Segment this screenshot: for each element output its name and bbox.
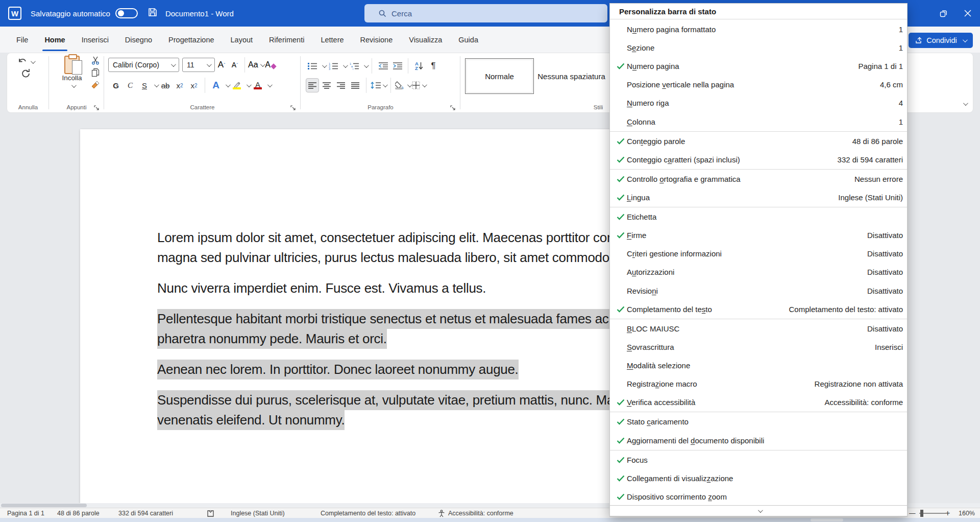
underline-button[interactable]: S [138, 78, 151, 92]
tab-file[interactable]: File [8, 27, 36, 53]
status-language[interactable]: Inglese (Stati Uniti) [231, 508, 285, 518]
close-window-button[interactable] [955, 0, 980, 27]
increase-indent-button[interactable] [390, 59, 404, 73]
menu-item-sovrascrittura[interactable]: SovrascritturaInserisci [610, 338, 907, 356]
change-case-button[interactable]: Aa [248, 58, 264, 72]
highlight-color-button[interactable] [230, 78, 243, 92]
tab-disegno[interactable]: Disegno [117, 27, 160, 53]
menu-item-numero-pagina[interactable]: Numero paginaPagina 1 di 1 [610, 57, 907, 75]
zoom-slider[interactable] [915, 508, 950, 518]
accessibility-person-icon[interactable] [438, 508, 445, 518]
tab-inserisci[interactable]: Inserisci [74, 27, 117, 53]
clear-formatting-button[interactable]: A [264, 58, 277, 72]
shrink-font-button[interactable]: Aˇ [228, 58, 241, 72]
outer-scroll-strip[interactable] [0, 518, 980, 522]
font-color-button[interactable]: A [251, 78, 264, 92]
menu-item-posizione-verticale-nella-pagina[interactable]: Posizione verticale nella pagina4,6 cm [610, 76, 907, 94]
menu-item-controllo-ortografia-e-grammatica[interactable]: Controllo ortografia e grammaticaNessun … [610, 170, 907, 188]
undo-button[interactable] [17, 57, 34, 66]
format-painter-button[interactable] [91, 80, 100, 89]
status-text-completion[interactable]: Completamento del testo: attivato [321, 508, 415, 518]
italic-button[interactable]: C [124, 78, 137, 92]
scrollbar-thumb[interactable] [1, 504, 87, 507]
menu-item-etichetta[interactable]: Etichetta [610, 207, 907, 226]
zoom-slider-thumb[interactable] [920, 510, 923, 517]
tab-home[interactable]: Home [36, 27, 73, 53]
proofing-book-icon[interactable] [207, 508, 214, 518]
share-button[interactable]: Condividi [909, 33, 973, 48]
tab-layout[interactable]: Layout [223, 27, 261, 53]
menu-item-completamento-del-testo[interactable]: Completamento del testoCompletamento del… [610, 300, 907, 318]
paragraph-dialog-launcher[interactable] [450, 104, 456, 110]
menu-item-revisioni[interactable]: RevisioniDisattivato [610, 281, 907, 300]
font-name-select[interactable]: Calibri (Corpo) [108, 58, 179, 72]
restore-window-button[interactable] [931, 0, 955, 27]
menu-item-verifica-accessibilit-[interactable]: Verifica accessibilitàAccessibilità: con… [610, 393, 907, 412]
status-word-count[interactable]: 48 di 86 parole [57, 508, 100, 518]
text-effects-button[interactable]: A [209, 78, 223, 92]
bullet-list-button[interactable] [306, 59, 319, 73]
superscript-button[interactable]: x2 [187, 78, 201, 92]
align-center-button[interactable] [320, 78, 333, 92]
cut-button[interactable] [91, 56, 100, 65]
menu-item-stato-caricamento[interactable]: Stato caricamento [610, 413, 907, 431]
zoom-in-button[interactable]: + [945, 508, 950, 518]
bold-button[interactable]: G [109, 78, 122, 92]
menu-item-aggiornamenti-del-documento-disponibili[interactable]: Aggiornamenti del documento disponibili [610, 431, 907, 449]
shading-button[interactable] [395, 78, 411, 92]
tab-riferimenti[interactable]: Riferimenti [261, 27, 312, 53]
menu-item-collegamenti-di-visualizzazione[interactable]: Collegamenti di visualizzazione [610, 469, 907, 487]
status-char-count[interactable]: 332 di 594 caratteri [118, 508, 173, 518]
menu-item-conteggio-caratteri-spazi-inclusi-[interactable]: Conteggio caratteri (spazi inclusi)332 d… [610, 150, 907, 169]
zoom-level[interactable]: 160% [959, 508, 975, 518]
chevron-down-icon[interactable] [267, 82, 273, 87]
menu-item-colonna[interactable]: Colonna1 [610, 112, 907, 131]
borders-button[interactable] [412, 78, 426, 92]
paste-button[interactable]: Incolla [57, 56, 87, 89]
justify-button[interactable] [349, 78, 362, 92]
align-right-button[interactable] [334, 78, 348, 92]
chevron-down-icon[interactable] [364, 63, 369, 68]
menu-item-autorizzazioni[interactable]: AutorizzazioniDisattivato [610, 263, 907, 281]
tab-revisione[interactable]: Revisione [352, 27, 401, 53]
chevron-down-icon[interactable] [71, 83, 76, 88]
tab-lettere[interactable]: Lettere [312, 27, 352, 53]
menu-item-numero-pagina-formattato[interactable]: Numero pagina formattato1 [610, 20, 907, 38]
font-dialog-launcher[interactable] [290, 104, 297, 110]
menu-item-registrazione-macro[interactable]: Registrazione macroRegistrazione non att… [610, 375, 907, 393]
align-left-button[interactable] [306, 78, 319, 92]
status-accessibility[interactable]: Accessibilità: conforme [448, 508, 513, 518]
grow-font-button[interactable]: Aˆ [215, 58, 228, 72]
style-card-nessuna-spaziatura[interactable]: Nessuna spaziatura [537, 58, 606, 94]
menu-item-numero-riga[interactable]: Numero riga4 [610, 94, 907, 112]
sort-button[interactable]: AZ [412, 59, 426, 73]
menu-item-lingua[interactable]: LinguaInglese (Stati Uniti) [610, 188, 907, 206]
subscript-button[interactable]: x2 [173, 78, 186, 92]
numbered-list-button[interactable]: 123 [327, 59, 340, 73]
tab-guida[interactable]: Guida [450, 27, 486, 53]
font-size-select[interactable]: 11 [182, 58, 215, 72]
menu-item-conteggio-parole[interactable]: Conteggio parole48 di 86 parole [610, 132, 907, 150]
status-page-number[interactable]: Pagina 1 di 1 [7, 508, 44, 518]
tab-visualizza[interactable]: Visualizza [401, 27, 450, 53]
collapse-ribbon-button[interactable] [959, 99, 969, 108]
redo-button[interactable] [17, 68, 34, 79]
autosave-toggle[interactable] [115, 8, 138, 18]
multilevel-list-button[interactable]: 1ai [348, 59, 361, 73]
menu-item-bloc-maiusc[interactable]: BLOC MAIUSCDisattivato [610, 319, 907, 338]
menu-scroll-down-button[interactable] [609, 505, 908, 516]
outer-scroll-thumb[interactable] [811, 518, 843, 521]
save-icon[interactable] [148, 8, 157, 19]
show-marks-button[interactable]: ¶ [427, 59, 440, 73]
search-input[interactable]: Cerca [364, 4, 607, 22]
menu-item-dispositivo-scorrimento-zoom[interactable]: Dispositivo scorrimento zoom [610, 487, 907, 505]
menu-item-firme[interactable]: FirmeDisattivato [610, 226, 907, 244]
decrease-indent-button[interactable] [376, 59, 389, 73]
strikethrough-button[interactable]: ab [159, 78, 172, 92]
menu-item-focus[interactable]: Focus [610, 450, 907, 469]
menu-item-modalit-selezione[interactable]: Modalità selezione [610, 357, 907, 375]
copy-button[interactable] [91, 68, 100, 77]
clipboard-dialog-launcher[interactable] [94, 104, 100, 110]
menu-item-sezione[interactable]: Sezione1 [610, 38, 907, 57]
tab-progettazione[interactable]: Progettazione [160, 27, 222, 53]
